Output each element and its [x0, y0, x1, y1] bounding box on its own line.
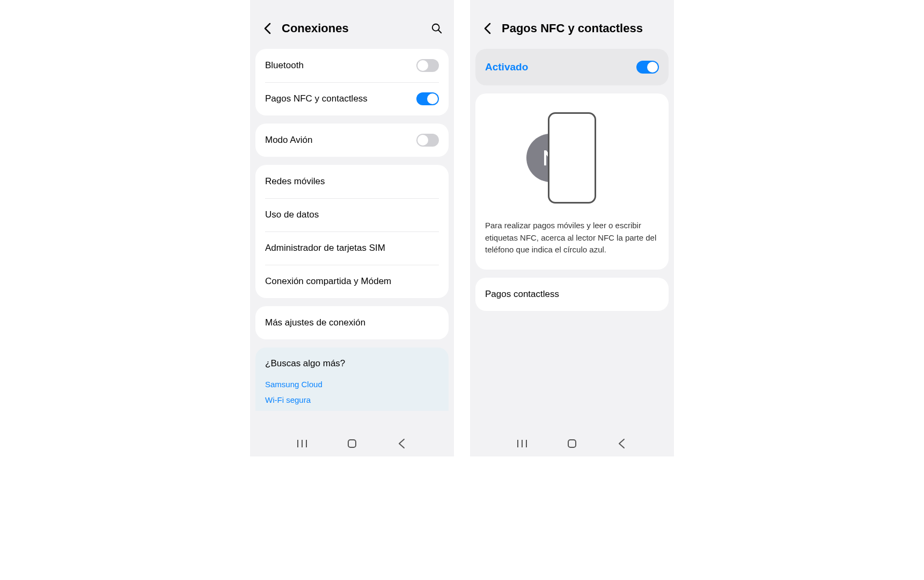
toggle-airplane-mode[interactable] [416, 134, 439, 147]
recents-icon [296, 438, 308, 450]
search-more-title: ¿Buscas algo más? [265, 358, 439, 369]
row-tethering[interactable]: Conexión compartida y Módem [255, 265, 449, 298]
header: Pagos NFC y contactless [470, 0, 674, 49]
search-button[interactable] [430, 22, 443, 35]
home-icon [566, 438, 578, 450]
nav-back-button[interactable] [616, 438, 628, 450]
row-airplane-mode[interactable]: Modo Avión [255, 124, 449, 157]
nav-home-button[interactable] [566, 438, 578, 450]
chevron-left-icon [483, 23, 491, 34]
row-nfc-payments[interactable]: Pagos NFC y contactless [255, 82, 449, 115]
header: Conexiones [250, 0, 454, 49]
contactless-card: Pagos contactless [475, 278, 669, 311]
back-icon [616, 438, 628, 450]
row-label: Modo Avión [265, 135, 416, 146]
system-navbar [470, 431, 674, 456]
link-wifi-secure[interactable]: Wi-Fi segura [265, 392, 439, 408]
settings-group-3: Redes móviles Uso de datos Administrador… [255, 165, 449, 298]
back-button[interactable] [481, 22, 494, 35]
row-label: Conexión compartida y Módem [265, 276, 439, 287]
home-icon [346, 438, 358, 450]
chevron-left-icon [263, 23, 271, 34]
nav-recents-button[interactable] [296, 438, 308, 450]
page-title: Conexiones [282, 21, 422, 35]
toggle-nfc-payments[interactable] [416, 92, 439, 105]
settings-group-4: Más ajustes de conexión [255, 306, 449, 339]
row-label: Redes móviles [265, 176, 439, 187]
row-label: Pagos contactless [485, 289, 659, 300]
recents-icon [516, 438, 528, 450]
nav-back-button[interactable] [396, 438, 408, 450]
row-bluetooth[interactable]: Bluetooth [255, 49, 449, 82]
back-button[interactable] [261, 22, 274, 35]
svg-rect-9 [568, 440, 576, 447]
link-samsung-cloud[interactable]: Samsung Cloud [265, 376, 439, 392]
phone-outline-icon [548, 112, 596, 204]
nfc-description: Para realizar pagos móviles y leer o esc… [485, 220, 659, 256]
phone-left: Conexiones Bluetooth Pagos NFC y contact… [250, 0, 454, 456]
system-navbar [250, 431, 454, 456]
active-status-card: Activado [475, 49, 669, 85]
search-icon [431, 23, 443, 34]
row-label: Más ajustes de conexión [265, 317, 439, 328]
active-label: Activado [485, 61, 636, 73]
back-icon [396, 438, 408, 450]
row-contactless-payments[interactable]: Pagos contactless [475, 278, 669, 311]
row-data-usage[interactable]: Uso de datos [255, 198, 449, 231]
nav-home-button[interactable] [346, 438, 358, 450]
row-label: Uso de datos [265, 209, 439, 220]
settings-group-1: Bluetooth Pagos NFC y contactless [255, 49, 449, 115]
row-label: Bluetooth [265, 60, 416, 71]
settings-group-2: Modo Avión [255, 124, 449, 157]
toggle-nfc-active[interactable] [636, 61, 659, 74]
nfc-illustration [485, 110, 659, 206]
row-sim-manager[interactable]: Administrador de tarjetas SIM [255, 231, 449, 265]
row-mobile-networks[interactable]: Redes móviles [255, 165, 449, 198]
nav-recents-button[interactable] [516, 438, 528, 450]
svg-line-1 [438, 30, 442, 33]
row-label: Administrador de tarjetas SIM [265, 243, 439, 253]
svg-rect-5 [348, 440, 356, 447]
row-active-status[interactable]: Activado [475, 49, 669, 85]
row-more-connection-settings[interactable]: Más ajustes de conexión [255, 306, 449, 339]
phone-right: Pagos NFC y contactless Activado Para re… [470, 0, 674, 456]
nfc-illustration-card: Para realizar pagos móviles y leer o esc… [475, 93, 669, 270]
page-title: Pagos NFC y contactless [502, 21, 663, 35]
toggle-bluetooth[interactable] [416, 59, 439, 72]
search-more-card: ¿Buscas algo más? Samsung Cloud Wi-Fi se… [255, 347, 449, 411]
row-label: Pagos NFC y contactless [265, 93, 416, 104]
